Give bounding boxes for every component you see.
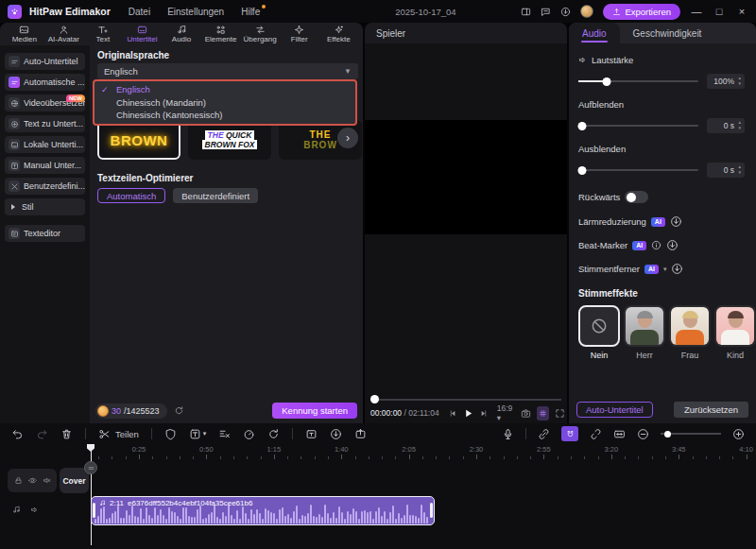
sidebar-item-benutzerdefiniert[interactable]: Benutzerdefini... <box>5 178 85 195</box>
aspect-ratio-select[interactable]: 16:9 ▾ <box>497 403 515 422</box>
speaker-icon[interactable] <box>30 506 39 514</box>
download-circle-icon[interactable] <box>670 215 682 228</box>
reverse-toggle[interactable] <box>625 191 648 203</box>
reset-button[interactable]: Zurücksetzen <box>674 402 748 418</box>
delete-icon[interactable] <box>60 428 73 440</box>
dropdown-option-englisch[interactable]: ✓Englisch <box>94 83 355 96</box>
start-recognition-button[interactable]: Kennung starten <box>272 403 357 419</box>
tab-audio[interactable]: Audio <box>163 23 200 45</box>
fade-out-slider[interactable] <box>578 166 698 175</box>
optimizer-auto-button[interactable]: Automatisch <box>97 188 165 203</box>
dropdown-option-kantonesisch[interactable]: Chinesisch (Kantonesisch) <box>94 109 355 122</box>
mask-icon[interactable] <box>164 428 177 440</box>
voice-effect-nein[interactable]: Nein <box>578 305 620 360</box>
freeze-frame-icon[interactable] <box>305 428 318 440</box>
sidebar-item-manual-untertitel[interactable]: Manual Unter... <box>5 157 85 174</box>
mute-icon[interactable] <box>43 476 51 485</box>
tab-medien[interactable]: Medien <box>6 23 43 45</box>
zoom-in-icon[interactable] <box>732 428 745 440</box>
stepper-icon[interactable]: ▲▼ <box>738 120 742 130</box>
download-icon[interactable] <box>560 7 571 17</box>
sidebar-item-text-zu-untertitel[interactable]: Text zu Untert... <box>5 115 85 132</box>
tab-speed[interactable]: Geschwindigkeit <box>620 23 715 43</box>
video-viewport[interactable] <box>365 120 567 234</box>
menu-settings[interactable]: Einstellungen <box>163 7 229 17</box>
rotate-icon[interactable] <box>267 428 280 440</box>
sidebar-item-videouebersetzer[interactable]: VideoübersetzerNEW <box>5 94 85 112</box>
tab-effekte[interactable]: Effekte <box>320 23 358 45</box>
link-icon[interactable] <box>538 428 550 440</box>
download-circle-icon[interactable] <box>330 428 342 440</box>
refresh-icon[interactable] <box>174 405 184 416</box>
language-select[interactable]: Englisch ▼ <box>97 63 358 79</box>
feedback-icon[interactable] <box>541 7 551 17</box>
zoom-out-icon[interactable] <box>637 428 649 440</box>
undo-icon[interactable] <box>11 428 24 440</box>
auto-subtitle-button[interactable]: Auto-Untertitel <box>576 402 653 418</box>
style-thumb-brown[interactable]: BROWN <box>97 120 180 160</box>
user-avatar[interactable] <box>580 5 593 18</box>
magnet-snap-icon[interactable] <box>561 426 578 441</box>
fullscreen-icon[interactable] <box>555 408 565 419</box>
audio-clip[interactable]: 2:11 e6376dff552b4c4ebf104fa35cee61b6 <box>91 496 435 525</box>
next-frame-icon[interactable] <box>479 409 488 418</box>
export-button[interactable]: Exportieren <box>603 4 680 20</box>
minimize-button[interactable]: — <box>690 6 703 17</box>
tab-text[interactable]: Text <box>84 23 122 45</box>
timeline-ruler[interactable]: 0:250:501:151:402:052:302:553:203:454:10 <box>0 444 756 460</box>
voice-effect-frau[interactable]: Frau <box>669 305 711 360</box>
redo-icon[interactable] <box>36 428 48 440</box>
progress-handle[interactable] <box>370 395 379 403</box>
dropdown-option-mandarin[interactable]: Chinesisch (Mandarin) <box>94 96 355 110</box>
track-adjust-icon[interactable] <box>84 461 97 474</box>
menu-help[interactable]: Hilfe <box>236 7 265 17</box>
layout-icon[interactable] <box>521 7 531 17</box>
voice-effect-herr[interactable]: Herr <box>624 305 665 360</box>
prev-frame-icon[interactable] <box>449 409 457 418</box>
menu-file[interactable]: Datei <box>124 7 155 17</box>
split-button[interactable]: Teilen <box>98 428 139 440</box>
visibility-icon[interactable] <box>28 476 37 485</box>
delete-subtitle-icon[interactable] <box>218 428 231 440</box>
optimizer-custom-button[interactable]: Benutzerdefiniert <box>173 188 258 203</box>
sidebar-item-automatische[interactable]: Automatische ... <box>5 74 85 91</box>
fade-out-value[interactable]: 0 s▲▼ <box>707 163 745 178</box>
tab-untertitel[interactable]: Untertitel <box>124 23 162 45</box>
stepper-icon[interactable]: ▲▼ <box>738 76 742 86</box>
style-thumb-quick-fox[interactable]: THE QUICK BROWN FOX <box>188 120 271 160</box>
voice-effect-kind[interactable]: Kind <box>714 305 756 360</box>
timeline-zoom-slider[interactable] <box>661 430 721 438</box>
grid-overlay-icon[interactable] <box>537 406 549 420</box>
styles-next-button[interactable]: › <box>337 128 358 148</box>
speed-icon[interactable] <box>243 428 255 440</box>
fade-in-slider[interactable] <box>578 122 698 130</box>
snapshot-icon[interactable] <box>521 408 531 419</box>
export-frame-icon[interactable] <box>354 428 367 440</box>
microphone-icon[interactable] <box>502 428 514 440</box>
maximize-button[interactable]: □ <box>713 6 726 17</box>
playhead[interactable] <box>91 444 92 545</box>
clip-trim-handle-right[interactable] <box>430 503 433 518</box>
stepper-icon[interactable]: ▲▼ <box>738 164 742 175</box>
tab-uebergang[interactable]: Übergang <box>241 23 279 45</box>
sidebar-item-texteditor[interactable]: Texteditor <box>5 225 85 242</box>
fade-in-value[interactable]: 0 s▲▼ <box>707 118 745 133</box>
volume-slider[interactable] <box>578 77 698 86</box>
sidebar-item-stil[interactable]: Stil <box>5 198 85 215</box>
sidebar-item-lokale-untertitel[interactable]: Lokale Unterti... <box>5 136 85 153</box>
tab-elemente[interactable]: Elemente <box>202 23 240 45</box>
lock-icon[interactable] <box>14 476 23 485</box>
tab-filter[interactable]: Filter <box>281 23 318 45</box>
play-icon[interactable] <box>463 408 473 419</box>
player-progress-bar[interactable] <box>370 395 561 403</box>
clip-trim-handle-left[interactable] <box>93 503 95 518</box>
close-button[interactable]: × <box>735 6 748 17</box>
tab-audio-properties[interactable]: Audio <box>569 23 620 43</box>
music-note-icon[interactable] <box>12 506 21 514</box>
sidebar-item-auto-untertitel[interactable]: Auto-Untertitel <box>5 53 85 70</box>
unlink-icon[interactable] <box>590 428 602 440</box>
text-tool-icon[interactable]: ▾ <box>189 428 207 440</box>
fit-timeline-icon[interactable] <box>613 428 626 440</box>
download-circle-icon[interactable] <box>666 239 679 251</box>
info-icon[interactable] <box>651 240 662 250</box>
